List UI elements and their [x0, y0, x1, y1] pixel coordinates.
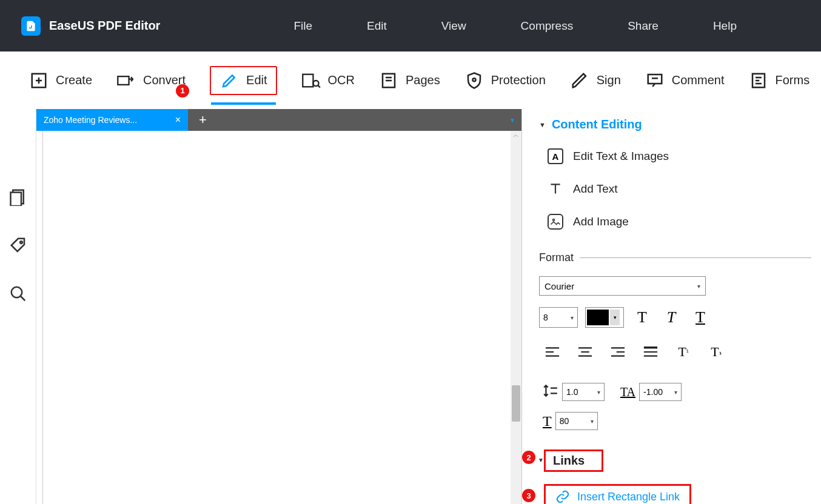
align-right-button[interactable] [607, 344, 629, 360]
tool-label: Comment [672, 73, 725, 87]
chevron-down-icon: ▾ [674, 389, 677, 396]
menu-file[interactable]: File [293, 19, 312, 33]
link-icon [555, 489, 570, 504]
tool-forms[interactable]: Forms [749, 71, 810, 90]
value: 1.0 [566, 387, 578, 397]
add-image-button[interactable]: Add Image [548, 214, 811, 230]
tool-edit[interactable]: Edit [210, 66, 276, 95]
value: -1.00 [643, 387, 663, 397]
tool-protection[interactable]: Protection [464, 71, 546, 90]
menu-view[interactable]: View [441, 19, 466, 33]
document-canvas[interactable] [42, 131, 511, 504]
links-section-header[interactable]: Links [544, 449, 603, 472]
char-spacing-icon: TA [620, 385, 635, 399]
thumbnails-icon[interactable] [9, 188, 27, 206]
callout-badge-1: 1 [176, 84, 189, 98]
line-height-select[interactable]: 1.0 ▾ [562, 383, 605, 401]
align-justify-button[interactable] [640, 344, 662, 360]
chevron-down-icon: ▾ [610, 310, 620, 325]
section-title: Links [553, 454, 585, 468]
chevron-down-icon: ▾ [571, 314, 574, 321]
active-tab-underline [211, 102, 275, 105]
left-rail [0, 109, 36, 504]
horizontal-scale-icon: T [543, 413, 552, 429]
underline-button[interactable]: T [689, 307, 711, 328]
search-icon[interactable] [9, 285, 27, 303]
line-height-icon [543, 383, 558, 401]
document-tabs: Zoho Meeting Reviews... × + ▼ [36, 109, 521, 131]
tool-ocr[interactable]: OCR [301, 71, 355, 90]
horizontal-scale-select[interactable]: 80 ▾ [555, 412, 598, 430]
menu-edit[interactable]: Edit [367, 19, 387, 33]
tool-pages[interactable]: Pages [379, 71, 440, 90]
caret-down-icon: ▼ [538, 457, 544, 463]
pencil-icon [219, 71, 239, 90]
caret-down-icon: ▼ [539, 121, 546, 128]
align-center-button[interactable] [574, 344, 596, 360]
convert-icon [116, 71, 136, 90]
svg-point-3 [313, 81, 318, 86]
scroll-thumb[interactable] [512, 385, 520, 422]
superscript-button[interactable]: T¹ [672, 344, 694, 360]
subscript-button[interactable]: T₁ [705, 344, 727, 360]
panel-item-label: Insert Rectangle Link [577, 491, 680, 503]
menu-help[interactable]: Help [713, 19, 737, 33]
italic-button[interactable]: T [660, 307, 682, 328]
document-area: Zoho Meeting Reviews... × + ▼ ︿ [36, 109, 521, 504]
plus-square-icon [29, 71, 49, 90]
titlebar: EaseUS PDF Editor File Edit View Compres… [0, 0, 821, 51]
callout-badge-3: 3 [522, 489, 535, 502]
shield-icon [464, 71, 484, 90]
tool-comment[interactable]: Comment [645, 71, 725, 90]
tool-label: OCR [328, 73, 355, 87]
menu-share[interactable]: Share [628, 19, 658, 33]
tag-icon[interactable] [9, 236, 27, 254]
color-swatch [587, 310, 609, 325]
main-menu: File Edit View Compress Share Help [293, 19, 737, 33]
font-size-select[interactable]: 8 ▾ [539, 307, 578, 328]
chevron-down-icon: ▾ [591, 418, 594, 425]
svg-rect-9 [10, 193, 21, 207]
text-t-icon [548, 181, 563, 197]
svg-point-10 [20, 241, 22, 244]
tool-convert[interactable]: Convert 1 [116, 71, 186, 90]
menu-compress[interactable]: Compress [521, 19, 574, 33]
tool-label: Forms [776, 73, 810, 87]
right-panel: ▼ Content Editing A Edit Text & Images A… [521, 109, 821, 504]
edit-text-images-button[interactable]: A Edit Text & Images [548, 148, 811, 164]
vertical-scrollbar[interactable]: ︿ [511, 131, 521, 504]
document-tab[interactable]: Zoho Meeting Reviews... × [36, 109, 188, 131]
tool-label: Pages [406, 73, 440, 87]
text-a-icon: A [548, 148, 563, 164]
tool-create[interactable]: Create [29, 71, 92, 90]
tab-title: Zoho Meeting Reviews... [44, 115, 137, 125]
app-logo [21, 16, 41, 36]
tool-label: Protection [491, 73, 546, 87]
tool-label: Sign [597, 73, 621, 87]
panel-item-label: Add Image [573, 215, 629, 228]
image-icon [548, 214, 563, 230]
panel-item-label: Edit Text & Images [573, 150, 669, 163]
content-editing-section[interactable]: ▼ Content Editing [539, 118, 811, 131]
callout-badge-2: 2 [522, 451, 535, 464]
scroll-up-icon[interactable]: ︿ [511, 131, 521, 142]
align-left-button[interactable] [541, 344, 563, 360]
chevron-down-icon: ▾ [697, 283, 700, 290]
char-spacing-select[interactable]: -1.00 ▾ [639, 383, 682, 401]
font-color-picker[interactable]: ▾ [585, 307, 624, 328]
insert-rectangle-link-button[interactable]: Insert Rectangle Link [544, 484, 691, 504]
tabs-dropdown-icon[interactable]: ▼ [509, 117, 521, 124]
section-title: Format [539, 251, 574, 264]
new-tab-button[interactable]: + [188, 112, 218, 128]
bold-button[interactable]: T [631, 307, 653, 328]
forms-icon [749, 71, 768, 90]
section-title: Content Editing [552, 118, 642, 131]
add-text-button[interactable]: Add Text [548, 181, 811, 197]
tool-sign[interactable]: Sign [570, 71, 621, 90]
font-family-select[interactable]: Courier ▾ [539, 276, 706, 296]
size-value: 8 [543, 313, 548, 322]
ocr-icon [301, 71, 321, 90]
svg-rect-1 [118, 76, 129, 85]
tool-label: Create [56, 73, 92, 87]
close-icon[interactable]: × [175, 114, 181, 125]
